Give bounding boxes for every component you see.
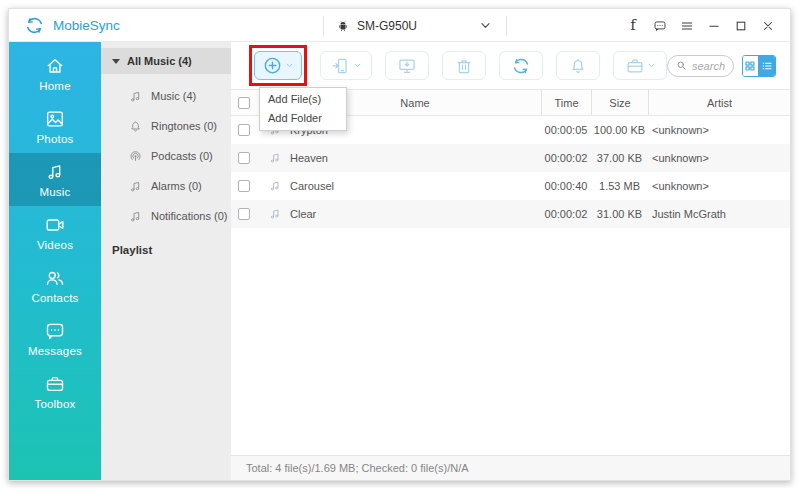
library-panel: All Music (4) Music (4) Ringtones (0) Po… — [101, 42, 231, 480]
song-size: 100.00 KB — [591, 116, 648, 144]
menu-hamburger-icon[interactable] — [680, 19, 694, 33]
column-header-time[interactable]: Time — [541, 90, 591, 115]
chevron-down-icon — [285, 61, 294, 70]
feedback-comment-icon[interactable] — [653, 19, 667, 33]
podcast-icon — [128, 149, 143, 164]
column-header-size[interactable]: Size — [591, 90, 648, 115]
search-input[interactable] — [692, 60, 725, 72]
device-chevron-down-icon[interactable] — [479, 19, 492, 32]
library-item-label: Podcasts (0) — [151, 150, 213, 162]
menu-item-add-files[interactable]: Add File(s) — [260, 90, 346, 109]
library-group-all-music[interactable]: All Music (4) — [101, 48, 231, 74]
music-note-icon — [128, 209, 143, 224]
close-button[interactable] — [761, 19, 775, 33]
song-size: 37.00 KB — [591, 144, 648, 172]
delete-button[interactable] — [442, 51, 486, 80]
table-row[interactable]: Heaven 00:00:02 37.00 KB <unknown> — [231, 144, 790, 172]
music-note-icon — [268, 207, 282, 221]
videos-icon — [44, 214, 66, 236]
photos-icon — [44, 108, 66, 130]
music-icon — [44, 161, 66, 183]
song-name: Carousel — [289, 172, 541, 200]
song-time: 00:00:40 — [541, 172, 591, 200]
grid-view-button[interactable] — [743, 56, 759, 76]
titlebar: MobieSync SM-G950U f — [9, 9, 790, 42]
playlist-header: Playlist — [101, 244, 231, 256]
messages-icon — [44, 320, 66, 342]
row-checkbox[interactable] — [238, 124, 250, 136]
refresh-button[interactable] — [499, 51, 543, 80]
library-group-label: All Music (4) — [127, 55, 192, 67]
song-artist: Justin McGrath — [648, 200, 790, 228]
list-view-button[interactable] — [759, 56, 775, 76]
brand: MobieSync — [9, 15, 120, 36]
music-note-icon — [268, 179, 282, 193]
search-box[interactable] — [667, 55, 734, 77]
sidebar-item-videos[interactable]: Videos — [9, 206, 101, 259]
library-item-alarms[interactable]: Alarms (0) — [101, 171, 231, 201]
briefcase-icon — [625, 56, 645, 76]
export-to-pc-button[interactable] — [385, 51, 429, 80]
minimize-button[interactable] — [707, 19, 721, 33]
grid-view-icon — [744, 60, 756, 72]
annotation-red-box — [249, 45, 307, 86]
sidebar-item-messages[interactable]: Messages — [9, 312, 101, 365]
divider — [323, 16, 324, 36]
add-dropdown-menu: Add File(s) Add Folder — [259, 87, 347, 131]
library-item-label: Notifications (0) — [151, 210, 227, 222]
export-to-device-button[interactable] — [320, 51, 372, 80]
sidebar-item-toolbox[interactable]: Toolbox — [9, 365, 101, 418]
sidebar-item-label: Home — [39, 80, 70, 92]
sidebar-item-contacts[interactable]: Contacts — [9, 259, 101, 312]
chevron-down-icon — [353, 61, 362, 70]
song-time: 00:00:02 — [541, 200, 591, 228]
toolbox-icon — [44, 373, 66, 395]
window-controls: f — [626, 9, 790, 42]
export-to-pc-icon — [397, 56, 417, 76]
song-size: 1.53 MB — [591, 172, 648, 200]
table-row[interactable]: Carousel 00:00:40 1.53 MB <unknown> — [231, 172, 790, 200]
bell-icon — [128, 119, 143, 134]
add-button[interactable] — [254, 51, 302, 80]
trash-icon — [454, 56, 474, 76]
maximize-button[interactable] — [734, 19, 748, 33]
song-time: 00:00:02 — [541, 144, 591, 172]
ringtone-maker-button[interactable] — [556, 51, 600, 80]
library-item-podcasts[interactable]: Podcasts (0) — [101, 141, 231, 171]
chevron-down-icon — [647, 61, 656, 70]
sidebar-item-home[interactable]: Home — [9, 47, 101, 100]
list-view-icon — [761, 60, 773, 72]
bell-icon — [568, 56, 588, 76]
toolbox-menu-button[interactable] — [613, 51, 667, 80]
refresh-icon — [511, 56, 531, 76]
library-item-label: Ringtones (0) — [151, 120, 217, 132]
menu-item-add-folder[interactable]: Add Folder — [260, 109, 346, 128]
device-selector[interactable]: SM-G950U — [323, 9, 507, 42]
sidebar-item-label: Contacts — [32, 292, 79, 304]
divider — [506, 16, 507, 36]
sidebar-item-music[interactable]: Music — [9, 153, 101, 206]
app-title: MobieSync — [53, 18, 120, 33]
row-checkbox[interactable] — [238, 152, 250, 164]
android-device-icon — [336, 19, 350, 33]
select-all-checkbox[interactable] — [238, 97, 250, 109]
library-item-ringtones[interactable]: Ringtones (0) — [101, 111, 231, 141]
search-icon — [676, 60, 687, 71]
row-checkbox[interactable] — [238, 180, 250, 192]
sidebar-item-label: Messages — [28, 345, 82, 357]
view-toggle — [742, 55, 776, 77]
home-icon — [44, 55, 66, 77]
row-checkbox[interactable] — [238, 208, 250, 220]
song-time: 00:00:05 — [541, 116, 591, 144]
song-name: Clear — [289, 200, 541, 228]
library-item-notifications[interactable]: Notifications (0) — [101, 201, 231, 231]
facebook-icon[interactable]: f — [626, 19, 640, 33]
library-item-music[interactable]: Music (4) — [101, 81, 231, 111]
column-header-artist[interactable]: Artist — [648, 90, 790, 115]
song-artist: <unknown> — [648, 144, 790, 172]
song-name: Heaven — [289, 144, 541, 172]
song-artist: <unknown> — [648, 116, 790, 144]
sidebar-item-photos[interactable]: Photos — [9, 100, 101, 153]
select-all-cell — [231, 90, 261, 115]
table-row[interactable]: Clear 00:00:02 31.00 KB Justin McGrath — [231, 200, 790, 228]
